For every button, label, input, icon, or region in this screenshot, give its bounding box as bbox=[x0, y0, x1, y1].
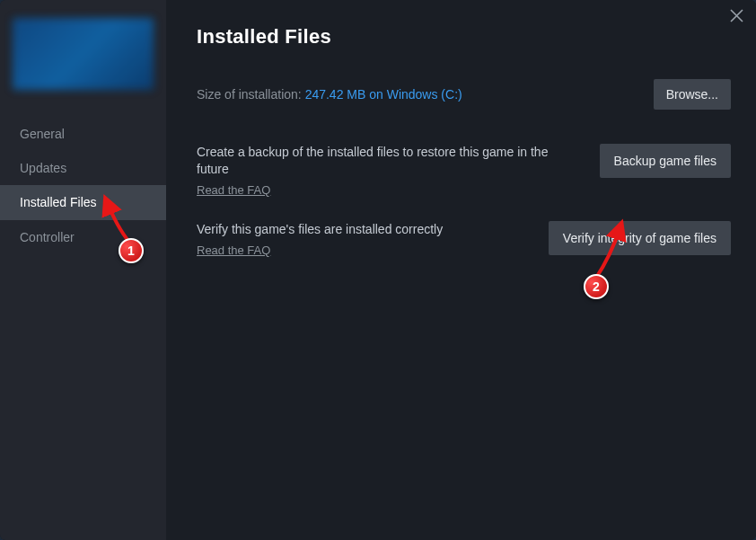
sidebar-nav: General Updates Installed Files Controll… bbox=[0, 117, 166, 254]
game-header-image bbox=[13, 18, 154, 90]
page-title: Installed Files bbox=[197, 25, 731, 49]
sidebar-item-general[interactable]: General bbox=[0, 117, 166, 151]
sidebar-item-controller[interactable]: Controller bbox=[0, 220, 166, 254]
properties-window: General Updates Installed Files Controll… bbox=[0, 0, 756, 540]
close-button[interactable] bbox=[730, 9, 743, 22]
browse-button[interactable]: Browse... bbox=[654, 79, 731, 110]
backup-text-block: Create a backup of the installed files t… bbox=[197, 144, 582, 198]
install-size-prefix: Size of installation: bbox=[197, 87, 305, 102]
backup-description: Create a backup of the installed files t… bbox=[197, 144, 582, 178]
verify-row: Verify this game's files are installed c… bbox=[197, 221, 731, 258]
close-icon bbox=[730, 9, 743, 22]
verify-description: Verify this game's files are installed c… bbox=[197, 221, 443, 238]
sidebar-item-installed-files[interactable]: Installed Files bbox=[0, 185, 166, 219]
verify-text-block: Verify this game's files are installed c… bbox=[197, 221, 443, 258]
install-size-text: Size of installation: 247.42 MB on Windo… bbox=[197, 87, 462, 102]
sidebar: General Updates Installed Files Controll… bbox=[0, 0, 166, 540]
verify-faq-link[interactable]: Read the FAQ bbox=[197, 243, 270, 257]
content-pane: Installed Files Size of installation: 24… bbox=[166, 0, 756, 540]
backup-row: Create a backup of the installed files t… bbox=[197, 144, 731, 198]
sidebar-item-updates[interactable]: Updates bbox=[0, 151, 166, 185]
install-size-row: Size of installation: 247.42 MB on Windo… bbox=[197, 79, 731, 110]
backup-button[interactable]: Backup game files bbox=[600, 144, 731, 178]
backup-faq-link[interactable]: Read the FAQ bbox=[197, 183, 270, 197]
verify-button[interactable]: Verify integrity of game files bbox=[549, 221, 731, 255]
install-location-link[interactable]: 247.42 MB on Windows (C:) bbox=[305, 87, 462, 102]
